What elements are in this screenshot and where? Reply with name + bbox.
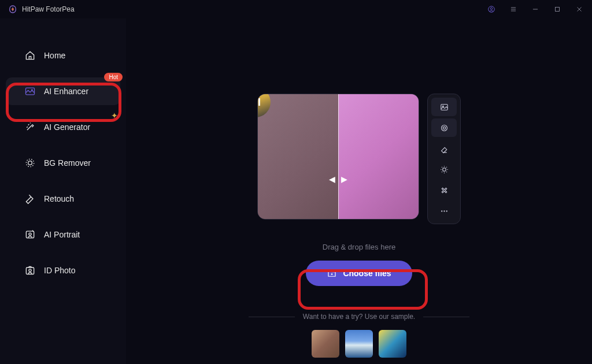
titlebar-left: HitPaw FotorPea (8, 5, 75, 14)
tool-image-icon[interactable] (431, 98, 457, 116)
svg-point-0 (12, 8, 14, 10)
account-icon[interactable] (487, 5, 496, 14)
tool-panel (427, 94, 461, 224)
tool-more-icon[interactable] (431, 202, 457, 220)
ai-generator-icon (24, 121, 36, 133)
menu-icon[interactable] (509, 5, 518, 14)
content: ◀ ▶ AI (126, 18, 592, 364)
tool-circle-icon[interactable] (431, 118, 457, 137)
svg-point-14 (441, 125, 447, 131)
sample-hint-label: Want to have a try? Use our sample. (303, 313, 415, 321)
preview-before (258, 94, 338, 219)
svg-point-9 (29, 233, 31, 235)
titlebar: HitPaw FotorPea (0, 0, 592, 18)
tool-heal-icon[interactable] (431, 181, 457, 199)
sparkle-icon: ✦ (111, 111, 118, 120)
sample-thumbs (312, 330, 406, 358)
svg-point-18 (443, 210, 445, 211)
tool-eraser-icon[interactable] (431, 139, 457, 158)
sidebar-item-label: Home (44, 51, 65, 60)
titlebar-right (487, 5, 584, 14)
sidebar-item-bg-remover[interactable]: BG Remover (6, 149, 120, 177)
sample-row: Want to have a try? Use our sample. (249, 313, 469, 358)
slider-arrow-right-icon: ▶ (341, 174, 347, 184)
svg-rect-3 (556, 8, 560, 12)
svg-rect-10 (26, 268, 34, 274)
preview-wrap: ◀ ▶ AI (257, 94, 461, 224)
sample-hint: Want to have a try? Use our sample. (249, 313, 469, 321)
sample-thumb-landscape[interactable] (345, 330, 373, 358)
sidebar-item-label: AI Enhancer (44, 87, 88, 96)
svg-point-2 (490, 8, 493, 10)
slider-arrow-left-icon: ◀ (329, 174, 335, 184)
svg-point-15 (443, 127, 445, 129)
tool-brightness-icon[interactable] (431, 160, 457, 179)
drop-hint: Drag & drop files here (323, 243, 395, 251)
hot-badge: Hot (104, 73, 123, 81)
svg-rect-8 (26, 231, 34, 238)
bg-remover-icon (24, 157, 36, 169)
sidebar-item-ai-generator[interactable]: AI Generator ✦ (6, 113, 120, 141)
preview-image: ◀ ▶ AI (257, 94, 419, 220)
main-area: Home AI Enhancer Hot AI Generator ✦ BG R… (0, 18, 592, 364)
sidebar: Home AI Enhancer Hot AI Generator ✦ BG R… (0, 18, 126, 364)
ai-badge-label: AI (257, 96, 261, 109)
retouch-icon (24, 193, 36, 205)
app-logo-icon (8, 5, 17, 14)
minimize-icon[interactable] (531, 5, 540, 14)
svg-point-16 (442, 168, 446, 171)
svg-point-19 (446, 210, 447, 211)
sidebar-item-label: BG Remover (44, 158, 91, 168)
sidebar-item-id-photo[interactable]: ID Photo (6, 257, 120, 284)
ai-portrait-icon (24, 229, 36, 240)
svg-point-11 (29, 269, 31, 272)
ai-enhancer-icon (24, 86, 36, 97)
preview-after (338, 94, 419, 219)
svg-point-17 (441, 210, 442, 211)
sample-thumb-fish[interactable] (379, 330, 406, 358)
comparison-slider-handles[interactable]: ◀ ▶ (329, 174, 347, 184)
sidebar-item-home[interactable]: Home (6, 42, 120, 69)
svg-point-5 (31, 89, 33, 91)
sidebar-item-ai-enhancer[interactable]: AI Enhancer Hot (6, 77, 120, 105)
sample-thumb-portrait[interactable] (312, 330, 339, 358)
home-icon (24, 50, 36, 61)
id-photo-icon (24, 265, 36, 276)
maximize-icon[interactable] (553, 5, 562, 14)
choose-files-label: Choose files (343, 269, 391, 278)
app-title: HitPaw FotorPea (22, 5, 75, 13)
sidebar-item-label: Retouch (44, 194, 74, 203)
sidebar-item-label: AI Generator (44, 122, 90, 132)
svg-point-7 (28, 161, 32, 165)
sidebar-item-label: AI Portrait (44, 230, 80, 239)
choose-files-button[interactable]: Choose files (306, 261, 412, 286)
svg-point-6 (26, 159, 34, 166)
close-icon[interactable] (575, 5, 584, 14)
comparison-slider-line (338, 94, 339, 219)
sidebar-item-ai-portrait[interactable]: AI Portrait (6, 221, 120, 248)
sidebar-item-retouch[interactable]: Retouch (6, 185, 120, 213)
sidebar-item-label: ID Photo (44, 266, 75, 275)
